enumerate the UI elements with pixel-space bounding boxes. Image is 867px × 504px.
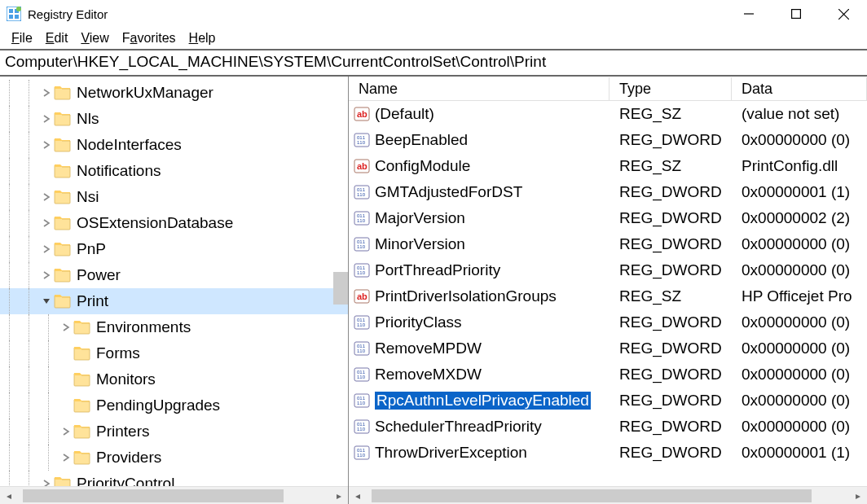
column-header-name[interactable]: Name (349, 77, 610, 100)
value-data: 0x00000000 (0) (732, 340, 867, 357)
value-row[interactable]: RemoveMXDWREG_DWORD0x00000000 (0) (349, 362, 867, 388)
scroll-left-icon[interactable]: ◂ (0, 487, 18, 505)
tree-row[interactable]: PnP (0, 236, 348, 262)
menu-file[interactable]: File (5, 31, 39, 46)
tree-row[interactable]: PendingUpgrades (0, 392, 348, 419)
chevron-right-icon[interactable] (59, 454, 73, 462)
chevron-right-icon[interactable] (59, 427, 73, 436)
tree-row[interactable]: Nls (0, 106, 348, 132)
address-bar (0, 49, 867, 77)
menu-view[interactable]: View (74, 31, 115, 46)
window-title: Registry Editor (28, 7, 725, 21)
value-name: RemoveMXDW (375, 366, 482, 383)
tree-row[interactable]: NetworkUxManager (0, 80, 348, 106)
value-row[interactable]: PortThreadPriorityREG_DWORD0x00000000 (0… (349, 257, 867, 283)
menu-favorites[interactable]: Favorites (116, 31, 183, 46)
tree-hscroll[interactable]: ◂ ▸ (0, 486, 348, 504)
tree-row[interactable]: Providers (0, 445, 348, 471)
tree-hscroll-track[interactable] (18, 487, 330, 504)
list-hscroll-thumb[interactable] (372, 489, 812, 502)
tree-row[interactable]: OSExtensionDatabase (0, 210, 348, 236)
value-row[interactable]: (Default)REG_SZ(value not set) (349, 101, 867, 127)
list-hscroll-track[interactable] (367, 487, 849, 504)
tree-row[interactable]: Forms (0, 340, 348, 366)
chevron-right-icon[interactable] (39, 115, 54, 123)
value-row[interactable]: ThrowDriverExceptionREG_DWORD0x00000001 … (349, 440, 867, 466)
value-data: 0x00000000 (0) (732, 131, 867, 149)
value-type: REG_DWORD (610, 418, 732, 436)
chevron-right-icon[interactable] (59, 323, 73, 331)
value-row[interactable]: PrintDriverIsolationGroupsREG_SZHP Offic… (349, 283, 867, 309)
chevron-right-icon[interactable] (39, 245, 54, 253)
value-data: 0x00000001 (1) (732, 183, 867, 201)
tree-row[interactable]: Power (0, 262, 348, 288)
column-header-type[interactable]: Type (610, 77, 732, 100)
string-value-icon (354, 106, 370, 122)
maximize-button[interactable] (772, 0, 820, 28)
tree-item-label: PriorityControl (77, 475, 174, 486)
chevron-right-icon[interactable] (39, 219, 54, 227)
folder-icon (54, 240, 72, 258)
value-list[interactable]: (Default)REG_SZ(value not set)BeepEnable… (349, 101, 867, 486)
menu-help[interactable]: Help (183, 31, 222, 46)
tree-item-label: Nls (77, 110, 99, 128)
chevron-down-icon[interactable] (39, 297, 54, 305)
value-data: 0x00000000 (0) (732, 418, 867, 436)
tree-item-label: Printers (96, 423, 149, 440)
scroll-right-icon[interactable]: ▸ (849, 487, 867, 505)
scroll-right-icon[interactable]: ▸ (330, 487, 348, 505)
value-type: REG_DWORD (610, 340, 732, 357)
tree-row[interactable]: Environments (0, 314, 348, 340)
value-name: SchedulerThreadPriority (375, 418, 542, 436)
folder-icon (73, 344, 91, 362)
value-name: (Default) (375, 105, 434, 123)
tree-hscroll-thumb[interactable] (23, 489, 284, 502)
menu-bar: File Edit View Favorites Help (0, 28, 867, 49)
folder-icon (73, 449, 91, 467)
chevron-right-icon[interactable] (39, 141, 54, 149)
chevron-right-icon[interactable] (39, 271, 54, 279)
chevron-right-icon[interactable] (39, 480, 54, 486)
value-row[interactable]: SchedulerThreadPriorityREG_DWORD0x000000… (349, 414, 867, 440)
tree-row[interactable]: Nsi (0, 184, 348, 210)
tree-item-label: NodeInterfaces (77, 136, 182, 154)
value-row[interactable]: RpcAuthnLevelPrivacyEnabledREG_DWORD0x00… (349, 388, 867, 414)
value-row[interactable]: PriorityClassREG_DWORD0x00000000 (0) (349, 309, 867, 335)
value-type: REG_SZ (610, 157, 732, 175)
binary-value-icon (354, 262, 370, 278)
value-row[interactable]: BeepEnabledREG_DWORD0x00000000 (0) (349, 127, 867, 153)
value-row[interactable]: ConfigModuleREG_SZPrintConfig.dll (349, 153, 867, 179)
folder-icon (54, 266, 72, 284)
address-input[interactable] (5, 53, 862, 71)
tree-row[interactable]: Monitors (0, 366, 348, 392)
value-name: MajorVersion (375, 209, 465, 227)
scroll-left-icon[interactable]: ◂ (349, 487, 367, 505)
chevron-right-icon[interactable] (39, 193, 54, 201)
folder-icon (54, 136, 72, 154)
menu-edit[interactable]: Edit (39, 31, 75, 46)
value-type: REG_DWORD (610, 392, 732, 410)
value-name: PrintDriverIsolationGroups (375, 287, 557, 305)
value-row[interactable]: MinorVersionREG_DWORD0x00000000 (0) (349, 231, 867, 257)
tree-row[interactable]: NodeInterfaces (0, 132, 348, 158)
value-row[interactable]: MajorVersionREG_DWORD0x00000002 (2) (349, 205, 867, 231)
tree-row[interactable]: Printers (0, 419, 348, 445)
close-button[interactable] (820, 0, 867, 28)
registry-tree[interactable]: NetworkUxManagerNlsNodeInterfacesNotific… (0, 77, 348, 486)
value-row[interactable]: RemoveMPDWREG_DWORD0x00000000 (0) (349, 335, 867, 362)
binary-value-icon (354, 132, 370, 148)
value-row[interactable]: GMTAdjustedForDSTREG_DWORD0x00000001 (1) (349, 179, 867, 205)
chevron-right-icon[interactable] (39, 89, 54, 97)
binary-value-icon (354, 392, 370, 409)
value-type: REG_DWORD (610, 183, 732, 201)
tree-row[interactable]: PriorityControl (0, 471, 348, 486)
tree-item-label: Providers (96, 449, 161, 467)
value-type: REG_DWORD (610, 209, 732, 227)
tree-vscroll-thumb[interactable] (333, 272, 348, 305)
minimize-button[interactable] (725, 0, 772, 28)
tree-row[interactable]: Print (0, 288, 348, 314)
tree-pane: NetworkUxManagerNlsNodeInterfacesNotific… (0, 77, 349, 504)
list-hscroll[interactable]: ◂ ▸ (349, 486, 867, 504)
column-header-data[interactable]: Data (732, 77, 867, 100)
tree-row[interactable]: Notifications (0, 158, 348, 184)
